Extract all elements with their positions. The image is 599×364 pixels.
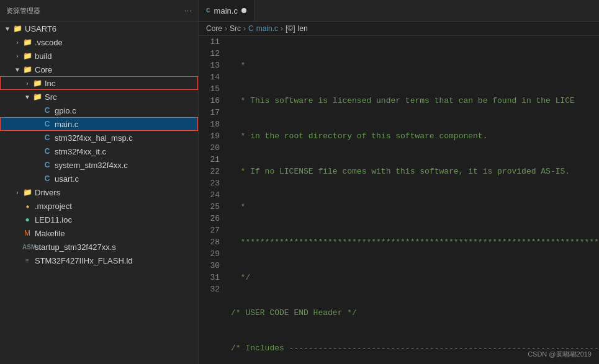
sidebar-item-label: gpio.c <box>55 106 76 115</box>
tab-c-icon: C <box>206 7 210 14</box>
tab-main-c[interactable]: C main.c <box>199 0 254 21</box>
sidebar-item-drivers[interactable]: › 📁 Drivers <box>0 185 198 199</box>
code-token: */ <box>231 272 250 283</box>
code-line-13: * in the root directory of this software… <box>231 130 599 142</box>
code-token: * This software is licensed under terms … <box>231 95 575 107</box>
sidebar-item-startup[interactable]: › ASM startup_stm32f427xx.s <box>0 240 198 254</box>
sidebar-item-label: stm32f4xx_it.c <box>55 147 106 156</box>
sidebar-item-label: startup_stm32f427xx.s <box>35 242 116 252</box>
ioc-file-icon: ● <box>22 215 32 224</box>
code-line-11: * <box>231 60 599 71</box>
breadcrumb-func: len <box>298 24 308 33</box>
sidebar-item-label: Makefile <box>35 229 65 238</box>
sidebar-item-makefile[interactable]: › M Makefile <box>0 226 198 240</box>
watermark: CSDN @圆嘟嘟2019 <box>528 350 592 359</box>
tab-area: C main.c <box>199 0 254 21</box>
code-line-14: * If no LICENSE file comes with this sof… <box>231 166 599 177</box>
sidebar-item-label: usart.c <box>55 174 79 184</box>
code-token: /* USER CODE END Header */ <box>231 307 357 319</box>
sidebar-item-gpio-c[interactable]: › C gpio.c <box>0 104 198 117</box>
sidebar-item-usart6[interactable]: ▼ 📁 USART6 <box>0 22 198 35</box>
sidebar-item-mxproject[interactable]: › ⬥ .mxproject <box>0 199 198 213</box>
chevron-right-icon: › <box>12 39 22 46</box>
c-file-icon: C <box>42 147 52 156</box>
sidebar-item-main-c[interactable]: › C main.c <box>0 117 198 131</box>
c-file-icon: C <box>42 161 52 169</box>
sidebar-item-label: Src <box>45 92 57 102</box>
chevron-right-icon: › <box>12 189 22 196</box>
tab-filename: main.c <box>214 6 238 16</box>
breadcrumb-filename: main.c <box>256 24 278 33</box>
folder-open-icon: 📁 <box>32 92 42 101</box>
sidebar-item-usart-c[interactable]: › C usart.c <box>0 172 198 185</box>
line-numbers: 1112131415 1617181920 2122232425 2627282… <box>199 36 225 364</box>
breadcrumb-core: Core <box>206 24 222 33</box>
sidebar-item-label: main.c <box>55 120 78 129</box>
sidebar-item-inc[interactable]: › 📁 Inc <box>0 76 198 90</box>
sidebar-item-vscode[interactable]: › 📁 .vscode <box>0 35 198 49</box>
sidebar-item-label: stm32f4xx_hal_msp.c <box>55 133 133 143</box>
c-file-icon: C <box>42 133 52 142</box>
breadcrumb-func-icon: [©] <box>286 24 295 33</box>
explorer-label: 资源管理器 <box>6 6 40 16</box>
code-editor[interactable]: * * This software is licensed under term… <box>225 36 599 364</box>
main-content: ▼ 📁 USART6 › 📁 .vscode › 📁 build ▼ 📁 Cor… <box>0 22 599 364</box>
sidebar-item-label: build <box>35 51 52 61</box>
sidebar-header: 资源管理器 ··· <box>0 0 199 21</box>
chevron-right-icon: › <box>12 53 22 60</box>
breadcrumb-sep-3: › <box>281 24 283 33</box>
editor-content[interactable]: 1112131415 1617181920 2122232425 2627282… <box>199 36 599 364</box>
title-bar: 资源管理器 ··· C main.c <box>0 0 599 22</box>
breadcrumb-sep-2: › <box>243 24 246 33</box>
code-line-18: /* USER CODE END Header */ <box>231 307 599 319</box>
asm-file-icon: ASM <box>22 244 32 251</box>
sidebar-item-led11[interactable]: › ● LED11.ioc <box>0 213 198 226</box>
folder-closed-icon: 📁 <box>22 188 32 197</box>
code-token: * in the root directory of this software… <box>231 130 487 142</box>
folder-closed-icon: 📁 <box>32 79 42 87</box>
sidebar-item-src[interactable]: ▼ 📁 Src <box>0 90 198 104</box>
code-line-15: * <box>231 201 599 213</box>
sidebar-item-it-c[interactable]: › C stm32f4xx_it.c <box>0 144 198 158</box>
sidebar-item-label: LED11.ioc <box>35 215 72 224</box>
sidebar-item-label: .vscode <box>35 38 63 47</box>
breadcrumb-src: Src <box>230 24 241 33</box>
breadcrumb: Core › Src › C main.c › [©] len <box>199 22 599 36</box>
tab-modified-dot <box>241 8 246 13</box>
sidebar-item-label: Inc <box>45 79 55 88</box>
code-token: * <box>231 201 245 213</box>
chevron-right-icon: › <box>22 80 32 87</box>
folder-closed-icon: 📁 <box>22 38 32 47</box>
breadcrumb-sep-1: › <box>225 24 227 33</box>
folder-open-icon: 📁 <box>22 65 32 74</box>
editor-area: Core › Src › C main.c › [©] len 11121314… <box>199 22 599 364</box>
c-file-icon: C <box>42 174 52 183</box>
code-line-17: */ <box>231 272 599 283</box>
sidebar-item-hal-msp[interactable]: › C stm32f4xx_hal_msp.c <box>0 131 198 144</box>
breadcrumb-c-icon: C <box>248 24 254 33</box>
chevron-down-icon: ▼ <box>2 25 12 32</box>
chevron-down-icon: ▼ <box>22 94 32 100</box>
code-line-16: ****************************************… <box>231 236 599 248</box>
sidebar-item-label: Core <box>35 65 52 74</box>
sidebar-item-core[interactable]: ▼ 📁 Core <box>0 63 198 76</box>
folder-open-icon: 📁 <box>12 24 22 33</box>
file-explorer-sidebar[interactable]: ▼ 📁 USART6 › 📁 .vscode › 📁 build ▼ 📁 Cor… <box>0 22 199 364</box>
sidebar-item-label: system_stm32f4xx.c <box>55 161 128 170</box>
sidebar-item-system-c[interactable]: › C system_stm32f4xx.c <box>0 158 198 172</box>
code-token: * If no LICENSE file comes with this sof… <box>231 166 570 177</box>
chevron-down-icon: ▼ <box>12 66 22 73</box>
sidebar-item-label: Drivers <box>35 188 60 197</box>
sidebar-item-label: USART6 <box>25 24 56 33</box>
code-line-12: * This software is licensed under terms … <box>231 95 599 107</box>
mx-file-icon: ⬥ <box>22 202 32 210</box>
explorer-menu-dots[interactable]: ··· <box>184 7 192 14</box>
code-token: * <box>231 60 245 71</box>
makefile-icon: M <box>22 229 32 237</box>
code-token: ****************************************… <box>231 236 599 248</box>
sidebar-item-build[interactable]: › 📁 build <box>0 49 198 63</box>
ld-file-icon: ≡ <box>22 257 32 264</box>
sidebar-item-label: .mxproject <box>35 202 72 211</box>
sidebar-item-ld[interactable]: › ≡ STM32F427IIHx_FLASH.ld <box>0 254 198 267</box>
folder-closed-icon: 📁 <box>22 51 32 60</box>
